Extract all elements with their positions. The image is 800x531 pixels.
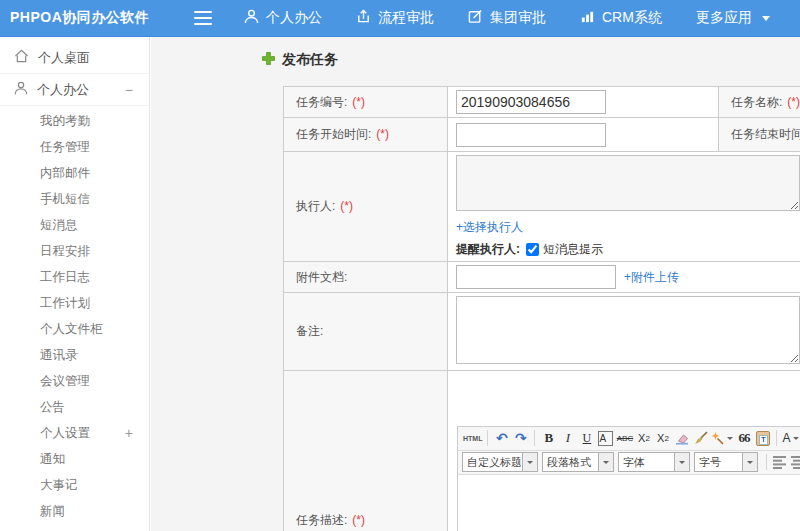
executor-label: 执行人:(*) <box>284 152 448 262</box>
remind-executor-row: 提醒执行人: 短消息提示 <box>456 241 800 258</box>
redo-icon[interactable]: ↷ <box>512 429 529 447</box>
strikethrough-button[interactable]: ABC <box>616 429 633 447</box>
attachment-input[interactable] <box>456 265 616 289</box>
italic-button[interactable]: I <box>559 429 576 447</box>
font-family-select[interactable]: 字体 <box>618 452 690 472</box>
executor-row: 执行人:(*) +选择执行人 提醒执行人: 短消息提示 <box>284 152 800 262</box>
caret-down-icon <box>598 453 613 471</box>
toolbar-separator <box>776 430 777 446</box>
required-mark: (*) <box>352 513 365 527</box>
sidebar: 个人桌面 个人办公 − 我的考勤 任务管理 内部邮件 手机短信 短消息 日程安排… <box>0 36 150 531</box>
publish-task-form: 任务编号:(*) 任务名称:(*) 任务开始时间:(*) 任务结束时间:(*) … <box>283 86 800 531</box>
main-content: 发布任务 任务编号:(*) 任务名称:(*) 任务开始时间:(*) 任务结束时间… <box>151 36 800 531</box>
caret-down-icon <box>522 453 537 471</box>
start-time-input[interactable] <box>456 123 606 147</box>
remark-textarea[interactable] <box>456 296 800 364</box>
custom-title-select[interactable]: 自定义标题 <box>462 452 538 472</box>
undo-icon[interactable]: ↶ <box>493 429 510 447</box>
sidebar-item-messages[interactable]: 短消息 <box>0 212 149 238</box>
top-bar: PHPOA协同办公软件 个人办公 流程审批 集团审批 CRM系统 更多应用 <box>0 0 800 37</box>
attachment-label: 附件文档: <box>284 262 448 293</box>
nav-workflow-approval[interactable]: 流程审批 <box>356 9 434 27</box>
sidebar-item-tasks[interactable]: 任务管理 <box>0 134 149 160</box>
sidebar-item-phone-sms[interactable]: 手机短信 <box>0 186 149 212</box>
bold-button[interactable]: B <box>540 429 557 447</box>
sidebar-item-office[interactable]: 个人办公 − <box>0 74 149 106</box>
sidebar-item-internal-mail[interactable]: 内部邮件 <box>0 160 149 186</box>
sidebar-item-work-plan[interactable]: 工作计划 <box>0 290 149 316</box>
executor-textarea[interactable] <box>456 155 800 211</box>
sidebar-item-label: 个人桌面 <box>38 49 90 67</box>
sidebar-item-notices[interactable]: 通知 <box>0 446 149 472</box>
editor-content[interactable] <box>458 475 800 531</box>
nav-label: 流程审批 <box>378 9 434 27</box>
caret-down-icon <box>674 453 689 471</box>
nav-group-approval[interactable]: 集团审批 <box>468 9 546 27</box>
underline-button[interactable]: U <box>578 429 595 447</box>
bar-chart-icon <box>580 9 595 27</box>
sidebar-item-work-log[interactable]: 工作日志 <box>0 264 149 290</box>
required-mark: (*) <box>340 199 353 213</box>
choose-executor-link[interactable]: +选择执行人 <box>456 219 523 236</box>
sidebar-item-events[interactable]: 大事记 <box>0 472 149 498</box>
sms-remind-checkbox[interactable] <box>526 243 539 256</box>
sidebar-item-file-cabinet[interactable]: 个人文件柜 <box>0 316 149 342</box>
blockquote-button[interactable]: 66 <box>735 429 752 447</box>
brush-icon[interactable] <box>692 429 709 447</box>
remind-label: 提醒执行人: <box>456 241 520 258</box>
app-logo[interactable]: PHPOA协同办公软件 <box>0 9 176 27</box>
sidebar-item-desktop[interactable]: 个人桌面 <box>0 42 149 74</box>
superscript-button[interactable]: X2 <box>635 429 652 447</box>
collapse-icon[interactable]: − <box>125 82 139 98</box>
paragraph-format-select[interactable]: 段落格式 <box>542 452 614 472</box>
sidebar-item-schedule[interactable]: 日程安排 <box>0 238 149 264</box>
edit-icon <box>468 9 483 27</box>
sidebar-item-announcements[interactable]: 公告 <box>0 394 149 420</box>
nav-personal-office[interactable]: 个人办公 <box>244 9 322 27</box>
font-size-select[interactable]: 字号 <box>694 452 758 472</box>
toolbar-separator <box>487 430 488 446</box>
align-left-icon[interactable] <box>773 456 787 469</box>
sidebar-item-label: 个人办公 <box>37 81 89 99</box>
task-number-input[interactable] <box>456 90 606 114</box>
eraser-icon[interactable] <box>673 429 690 447</box>
highlight-color-icon[interactable] <box>711 429 733 447</box>
top-nav: 个人办公 流程审批 集团审批 CRM系统 更多应用 <box>244 9 770 27</box>
sidebar-item-settings[interactable]: 个人设置 + <box>0 420 149 446</box>
sidebar-submenu: 我的考勤 任务管理 内部邮件 手机短信 短消息 日程安排 工作日志 工作计划 个… <box>0 106 149 524</box>
editor-toolbar-2: 自定义标题 段落格式 字体 字号 <box>458 451 800 475</box>
align-center-icon[interactable] <box>791 456 800 469</box>
paste-from-word-icon[interactable]: T <box>754 429 771 447</box>
required-mark: (*) <box>376 127 389 141</box>
page-title: 发布任务 <box>282 51 338 69</box>
sidebar-item-attendance[interactable]: 我的考勤 <box>0 108 149 134</box>
subscript-button[interactable]: X2 <box>654 429 671 447</box>
sidebar-item-news[interactable]: 新闻 <box>0 498 149 524</box>
caret-down-icon <box>793 437 799 443</box>
sidebar-item-meetings[interactable]: 会议管理 <box>0 368 149 394</box>
description-label: 任务描述:(*) <box>284 371 448 531</box>
caret-down-icon <box>742 453 757 471</box>
caret-down-icon <box>762 16 770 21</box>
source-code-button[interactable]: HTML <box>463 429 482 447</box>
sidebar-item-contacts[interactable]: 通讯录 <box>0 342 149 368</box>
task-name-label: 任务名称:(*) <box>719 87 800 118</box>
font-color-button[interactable]: A <box>782 429 799 447</box>
sidebar-item-label: 个人设置 <box>40 426 90 440</box>
menu-toggle-icon[interactable] <box>194 11 212 25</box>
task-number-label: 任务编号:(*) <box>284 87 448 118</box>
user-icon <box>244 9 259 27</box>
required-mark: (*) <box>787 95 800 109</box>
toolbar-separator <box>766 454 767 470</box>
home-icon <box>14 49 29 66</box>
expand-icon[interactable]: + <box>125 420 133 446</box>
task-number-row: 任务编号:(*) 任务名称:(*) <box>284 87 800 118</box>
nav-crm[interactable]: CRM系统 <box>580 9 662 27</box>
remark-label: 备注: <box>284 293 448 371</box>
nav-more-apps[interactable]: 更多应用 <box>696 9 770 27</box>
font-style-button[interactable]: A <box>597 429 614 447</box>
attachment-upload-link[interactable]: +附件上传 <box>624 269 679 286</box>
description-row: 任务描述:(*) HTML ↶ ↷ B I U <box>284 371 800 531</box>
nav-label: 集团审批 <box>490 9 546 27</box>
task-time-row: 任务开始时间:(*) 任务结束时间:(*) <box>284 118 800 152</box>
